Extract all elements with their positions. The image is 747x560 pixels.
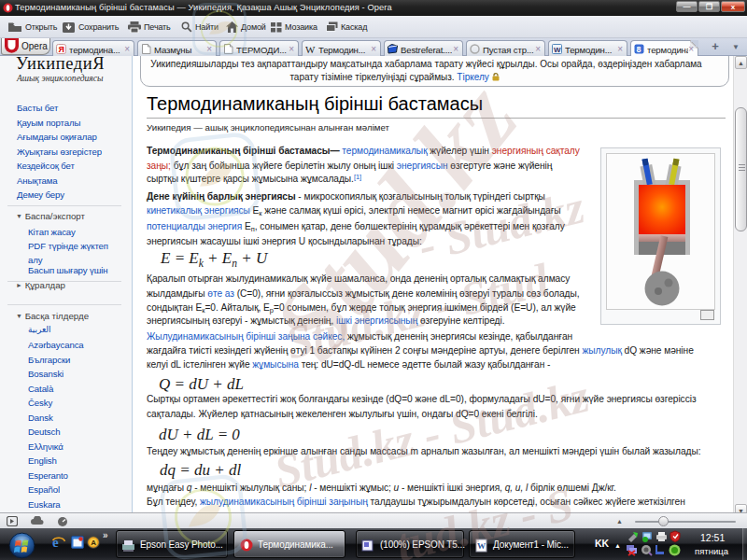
svg-text:e: e bbox=[52, 535, 59, 550]
svg-text:A: A bbox=[91, 539, 96, 547]
svg-text:Я: Я bbox=[59, 45, 64, 54]
svg-text:W: W bbox=[554, 46, 561, 54]
svg-text:8: 8 bbox=[637, 45, 641, 54]
svg-text:W: W bbox=[477, 541, 486, 551]
svg-text:W: W bbox=[305, 44, 316, 54]
